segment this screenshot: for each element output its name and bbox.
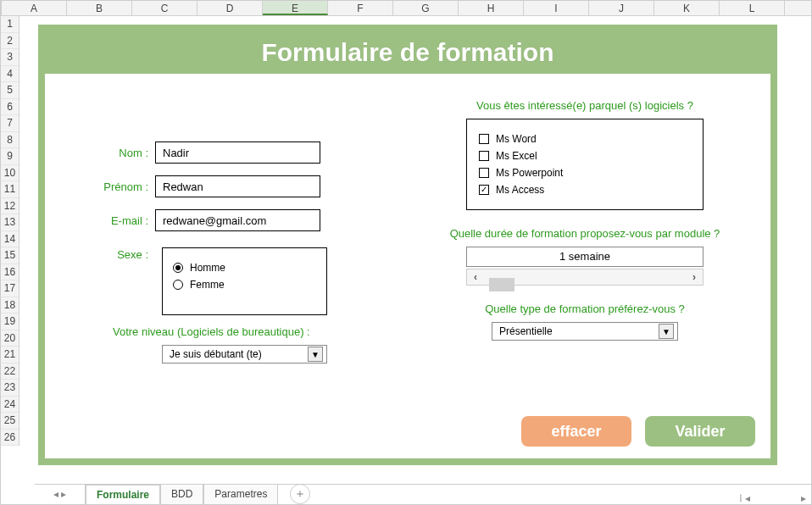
checkbox-ms-word[interactable]: Ms Word — [479, 133, 691, 145]
row-header[interactable]: 8 — [1, 132, 19, 149]
column-header[interactable]: H — [459, 1, 524, 15]
row-header[interactable]: 20 — [1, 330, 19, 347]
chevron-down-icon: ▼ — [308, 347, 323, 362]
row-header[interactable]: 18 — [1, 297, 19, 314]
validate-button-label: Valider — [675, 423, 725, 441]
horizontal-scroll[interactable]: ⁞ ◂ ▸ — [739, 492, 811, 504]
sexe-group: Homme Femme — [162, 247, 327, 315]
input-nom[interactable] — [155, 142, 320, 164]
row-header[interactable]: 17 — [1, 280, 19, 297]
validate-button[interactable]: Valider — [645, 416, 755, 447]
worksheet-area[interactable]: Formulaire de formation Nom : Prénom : E… — [19, 16, 811, 484]
erase-button[interactable]: effacer — [521, 416, 631, 447]
form-title: Formulaire de formation — [261, 38, 553, 67]
erase-button-label: effacer — [551, 423, 601, 441]
row-header[interactable]: 23 — [1, 380, 19, 397]
select-type[interactable]: Présentielle ▼ — [492, 322, 678, 341]
row-header[interactable]: 1 — [1, 16, 19, 33]
row-header[interactable]: 16 — [1, 264, 19, 281]
select-level[interactable]: Je suis débutant (te) ▼ — [162, 345, 327, 363]
column-header[interactable]: L — [720, 1, 785, 15]
tab-nav[interactable]: ◂ ▸ — [35, 484, 86, 504]
row-header[interactable]: 6 — [1, 99, 19, 116]
row-header[interactable]: 14 — [1, 231, 19, 248]
row-header[interactable]: 24 — [1, 397, 19, 413]
row-header[interactable]: 12 — [1, 198, 19, 215]
label-software: Vous êtes intéressé(e) parquel (s) logic… — [416, 99, 754, 112]
form-right-column: Vous êtes intéressé(e) parquel (s) logic… — [408, 74, 770, 458]
checkbox-icon — [479, 151, 489, 161]
column-header[interactable]: E — [263, 1, 328, 15]
select-level-value: Je suis débutant (te) — [170, 348, 262, 360]
duration-slider[interactable]: ‹ › — [466, 269, 704, 286]
radio-homme[interactable]: Homme — [173, 262, 316, 274]
checkbox-ms-powerpoint[interactable]: Ms Powerpoint — [479, 167, 691, 179]
row-header[interactable]: 5 — [1, 82, 19, 99]
column-header[interactable]: I — [524, 1, 589, 15]
checkbox-icon — [479, 185, 489, 195]
checkbox-ms-excel[interactable]: Ms Excel — [479, 150, 691, 162]
row-header[interactable]: 7 — [1, 115, 19, 132]
add-sheet-button[interactable]: ＋ — [290, 484, 310, 504]
label-prenom: Prénom : — [62, 180, 155, 193]
row-header[interactable]: 19 — [1, 314, 19, 330]
row-header[interactable]: 26 — [1, 430, 19, 447]
row-header[interactable]: 4 — [1, 66, 19, 83]
column-header[interactable]: F — [328, 1, 393, 15]
row-header[interactable]: 25 — [1, 413, 19, 430]
column-header[interactable]: D — [197, 1, 263, 15]
checkbox-label: Ms Powerpoint — [496, 167, 563, 179]
label-email: E-mail : — [62, 214, 155, 227]
radio-icon — [173, 280, 183, 290]
column-header[interactable]: M — [785, 1, 812, 15]
radio-label-femme: Femme — [190, 279, 225, 291]
radio-label-homme: Homme — [190, 262, 225, 274]
row-header[interactable]: 15 — [1, 247, 19, 264]
column-header[interactable]: G — [393, 1, 459, 15]
row-header[interactable]: 22 — [1, 363, 19, 380]
action-row: effacer Valider — [521, 416, 755, 447]
row-header[interactable]: 10 — [1, 165, 19, 182]
row-header[interactable]: 21 — [1, 347, 19, 363]
row-header[interactable]: 13 — [1, 214, 19, 231]
checkbox-label: Ms Excel — [496, 150, 537, 162]
column-header[interactable]: A — [2, 1, 67, 15]
column-header[interactable]: B — [67, 1, 132, 15]
checkbox-icon — [479, 168, 489, 178]
sheet-tab[interactable]: Parametres — [203, 484, 278, 504]
duration-control: 1 semaine ‹ › — [466, 247, 704, 286]
row-headers: 1234567891011121314151617181920212223242… — [1, 16, 19, 446]
row-header[interactable]: 3 — [1, 49, 19, 66]
radio-femme[interactable]: Femme — [173, 279, 316, 291]
radio-icon — [173, 263, 183, 273]
input-email[interactable] — [155, 209, 320, 231]
row-header[interactable]: 11 — [1, 181, 19, 198]
checkbox-label: Ms Word — [496, 133, 537, 145]
sheet-tab[interactable]: Formulaire — [86, 485, 160, 505]
select-type-value: Présentielle — [499, 325, 553, 337]
column-header[interactable]: J — [589, 1, 654, 15]
checkbox-label: Ms Access — [496, 184, 544, 196]
label-duration: Quelle durée de formation proposez-vous … — [416, 227, 754, 240]
chevron-left-icon[interactable]: ‹ — [467, 269, 484, 285]
label-level: Votre niveau (Logiciels de bureautique) … — [113, 325, 391, 338]
column-header[interactable]: C — [132, 1, 197, 15]
sheet-tabs: ◂ ▸ FormulaireBDDParametres ＋ ⁞ ◂ ▸ — [35, 484, 811, 504]
row-header[interactable]: 9 — [1, 148, 19, 165]
label-sexe: Sexe : — [62, 243, 155, 261]
checkbox-icon — [479, 134, 489, 144]
column-headers: ABCDEFGHIJKLM — [1, 1, 811, 16]
slider-thumb[interactable] — [489, 278, 514, 291]
label-type: Quelle type de formation préférez-vous ? — [416, 302, 754, 315]
label-nom: Nom : — [62, 147, 155, 159]
row-header[interactable]: 2 — [1, 33, 19, 50]
chevron-down-icon: ▼ — [659, 324, 674, 339]
input-prenom[interactable] — [155, 175, 320, 197]
form-left-column: Nom : Prénom : E-mail : Sexe : — [45, 74, 408, 458]
chevron-right-icon[interactable]: › — [686, 269, 703, 285]
checkbox-ms-access[interactable]: Ms Access — [479, 184, 691, 196]
software-group: Ms WordMs ExcelMs PowerpointMs Access — [466, 119, 704, 210]
duration-value: 1 semaine — [466, 247, 704, 267]
sheet-tab[interactable]: BDD — [160, 484, 203, 504]
column-header[interactable]: K — [654, 1, 720, 15]
